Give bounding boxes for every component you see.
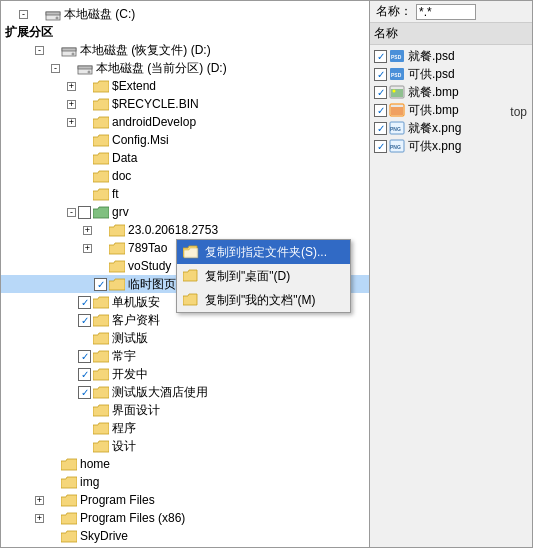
tree-item-ceshi[interactable]: 测试版: [1, 329, 369, 347]
svg-marker-9: [93, 81, 109, 92]
folder-icon-danjiban: [93, 296, 109, 309]
checkbox-kegoupsd[interactable]: [374, 68, 387, 81]
right-item-kegoupng-label: 可供x.png: [408, 138, 461, 155]
svg-rect-1: [46, 12, 60, 15]
tree-item-expand-section: 扩展分区: [1, 23, 369, 41]
folder-icon-skydrive: [61, 530, 77, 543]
tree-item-grv[interactable]: - grv: [1, 203, 369, 221]
png-icon-2: PNG: [389, 139, 405, 153]
tree-item-ft-label: ft: [112, 187, 119, 201]
expand-btn-pf86[interactable]: +: [35, 514, 44, 523]
tree-item-chengxu[interactable]: 程序: [1, 419, 369, 437]
svg-point-8: [88, 70, 91, 73]
checkbox-kegoupng[interactable]: [374, 140, 387, 153]
svg-text:PSD: PSD: [391, 54, 402, 60]
folder-icon-changyu: [93, 350, 109, 363]
svg-rect-52: [391, 107, 403, 115]
checkbox-changyu[interactable]: [78, 350, 91, 363]
expand-btn-android[interactable]: +: [67, 118, 76, 127]
right-item-kegoupsd[interactable]: PSD 可供.psd: [372, 65, 530, 83]
tree-item-ceshiban[interactable]: 测试版大酒店使用: [1, 383, 369, 401]
tree-item-kehu-label: 客户资料: [112, 312, 160, 329]
png-icon-1: PNG: [389, 121, 405, 135]
expand-btn-extend[interactable]: +: [67, 82, 76, 91]
tree-item-configmsi[interactable]: Config.Msi: [1, 131, 369, 149]
tree-item-kehu[interactable]: 客户资料: [1, 311, 369, 329]
folder-icon-home: [61, 458, 77, 471]
svg-marker-12: [93, 135, 109, 146]
tree-item-kaifa[interactable]: 开发中: [1, 365, 369, 383]
expand-btn-789tao[interactable]: +: [83, 244, 92, 253]
svg-marker-14: [93, 171, 109, 182]
checkbox-kegoupbmp[interactable]: [374, 104, 387, 117]
tree-item-home[interactable]: home: [1, 455, 369, 473]
expand-btn-recycle[interactable]: +: [67, 100, 76, 109]
folder-icon-pf: [61, 494, 77, 507]
context-menu-copy-to-mydocs[interactable]: 复制到"我的文档"(M): [177, 288, 350, 312]
tree-item-sheji[interactable]: 设计: [1, 437, 369, 455]
tree-item-extend[interactable]: + $Extend: [1, 77, 369, 95]
tree-item-recycle[interactable]: + $RECYCLE.BIN: [1, 95, 369, 113]
tree-item-local-d-current[interactable]: - 本地磁盘 (当前分区) (D:): [1, 59, 369, 77]
folder-icon-kaifa: [93, 368, 109, 381]
tree-item-local-c[interactable]: - 本地磁盘 (C:): [1, 5, 369, 23]
right-item-jucankpsd[interactable]: PSD 就餐.psd: [372, 47, 530, 65]
tree-item-androiddevelop[interactable]: + androidDevelop: [1, 113, 369, 131]
checkbox-jucankbmp[interactable]: [374, 86, 387, 99]
right-panel-header: 名称：: [370, 1, 532, 23]
checkbox-kehu[interactable]: [78, 314, 91, 327]
checkbox-kaifa[interactable]: [78, 368, 91, 381]
tree-item-jiemsheji[interactable]: 界面设计: [1, 401, 369, 419]
drive-icon-c: [45, 8, 61, 21]
expand-btn-d-restore[interactable]: -: [35, 46, 44, 55]
checkbox-ceshiban[interactable]: [78, 386, 91, 399]
right-item-kegoupbmp[interactable]: 可供.bmp: [372, 101, 530, 119]
right-item-jucankbmp-label: 就餐.bmp: [408, 84, 459, 101]
tree-item-ft[interactable]: ft: [1, 185, 369, 203]
tree-item-data[interactable]: Data: [1, 149, 369, 167]
folder-icon-doc: [93, 170, 109, 183]
svg-marker-22: [93, 315, 109, 326]
right-item-jucankbmp[interactable]: 就餐.bmp: [372, 83, 530, 101]
folder-desktop-icon: [183, 268, 199, 284]
svg-marker-33: [61, 513, 77, 524]
tree-item-home-label: home: [80, 457, 110, 471]
checkbox-jucankpsd[interactable]: [374, 50, 387, 63]
tree-item-programfiles[interactable]: + Program Files: [1, 491, 369, 509]
checkbox-danjiban[interactable]: [78, 296, 91, 309]
tree-item-doc[interactable]: doc: [1, 167, 369, 185]
right-item-jucankpng[interactable]: PNG 就餐x.png: [372, 119, 530, 137]
folder-docs-icon: [183, 292, 199, 308]
folder-icon-jiemsheji: [93, 404, 109, 417]
tree-item-version[interactable]: + 23.0.20618.2753: [1, 221, 369, 239]
checkbox-linshi[interactable]: [94, 278, 107, 291]
right-panel: 名称： 名称 PSD 就餐.psd PSD 可供.psd 就: [370, 0, 533, 548]
tree-item-changyu[interactable]: 常宇: [1, 347, 369, 365]
tree-item-local-d-restore[interactable]: - 本地磁盘 (恢复文件) (D:): [1, 41, 369, 59]
tree-item-systemvolume[interactable]: System Volume Information: [1, 545, 369, 547]
checkbox-jucankpng[interactable]: [374, 122, 387, 135]
svg-marker-25: [93, 369, 109, 380]
folder-icon-recycle: [93, 98, 109, 111]
svg-marker-43: [183, 294, 197, 305]
tree-item-programfiles86[interactable]: + Program Files (x86): [1, 509, 369, 527]
expand-btn-d-current[interactable]: -: [51, 64, 60, 73]
name-label: 名称：: [376, 3, 412, 20]
tree-item-skydrive-label: SkyDrive: [80, 529, 128, 543]
tree-item-pf86-label: Program Files (x86): [80, 511, 185, 525]
right-item-kegoupng[interactable]: PNG 可供x.png: [372, 137, 530, 155]
name-filter-input[interactable]: [416, 4, 476, 20]
context-menu-copy-to-desktop[interactable]: 复制到"桌面"(D): [177, 264, 350, 288]
tree-item-img[interactable]: img: [1, 473, 369, 491]
expand-btn-c[interactable]: -: [19, 10, 28, 19]
tree-item-pf-label: Program Files: [80, 493, 155, 507]
expand-btn-version[interactable]: +: [83, 226, 92, 235]
expand-btn-pf[interactable]: +: [35, 496, 44, 505]
svg-text:PNG: PNG: [390, 144, 401, 150]
context-menu-copy-to-folder[interactable]: 复制到指定文件夹(S)...: [177, 240, 350, 264]
tree-item-d-current-label: 本地磁盘 (当前分区) (D:): [96, 60, 227, 77]
expand-btn-grv[interactable]: -: [67, 208, 76, 217]
folder-icon-sheji: [93, 440, 109, 453]
svg-point-2: [56, 16, 59, 19]
tree-item-skydrive[interactable]: SkyDrive: [1, 527, 369, 545]
